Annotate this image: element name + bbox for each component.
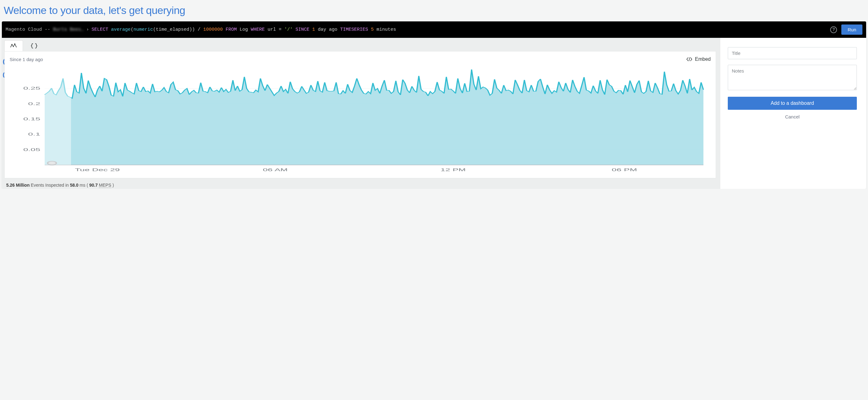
embed-label: Embed	[695, 57, 711, 62]
svg-point-1	[14, 43, 15, 44]
svg-text:0.2: 0.2	[28, 102, 40, 106]
notes-input[interactable]	[728, 65, 857, 90]
query-text[interactable]: SELECT average(numeric(time_elapsed)) / …	[92, 27, 396, 32]
query-panel: Magento Cloud -- Burts Bees… › SELECT av…	[2, 22, 866, 189]
svg-point-0	[11, 44, 12, 45]
svg-rect-19	[45, 73, 71, 165]
svg-text:12 PM: 12 PM	[440, 168, 466, 172]
save-panel: Add to a dashboard Cancel	[720, 38, 866, 189]
title-input[interactable]	[728, 47, 857, 59]
braces-icon	[31, 43, 37, 49]
svg-text:0.25: 0.25	[23, 86, 40, 91]
query-bar[interactable]: Magento Cloud -- Burts Bees… › SELECT av…	[2, 22, 866, 38]
svg-text:06 PM: 06 PM	[612, 168, 637, 172]
add-to-dashboard-button[interactable]: Add to a dashboard	[728, 97, 857, 110]
embed-link[interactable]: Embed	[686, 57, 711, 62]
svg-text:06 AM: 06 AM	[263, 168, 287, 172]
run-button[interactable]: Run	[841, 25, 862, 35]
svg-text:Tue Dec 29: Tue Dec 29	[75, 168, 120, 172]
embed-icon	[686, 57, 692, 62]
timeseries-chart[interactable]: 0.050.10.150.20.25Tue Dec 2906 AM12 PM06…	[10, 64, 711, 175]
svg-text:0.05: 0.05	[23, 147, 40, 152]
svg-text:0.15: 0.15	[23, 117, 40, 121]
tab-chart-view[interactable]	[4, 40, 23, 51]
help-icon[interactable]: ?	[830, 26, 837, 33]
timerange-label: Since 1 day ago	[10, 57, 43, 62]
account-caret-icon: ›	[86, 27, 89, 32]
svg-line-2	[689, 57, 690, 61]
svg-text:0.1: 0.1	[28, 132, 40, 136]
view-tabs	[2, 38, 720, 51]
account-label: Magento Cloud -- Burts Bees…	[6, 27, 84, 32]
footer-stats: 5.26 Million Events Inspected in 58.0 ms…	[2, 178, 720, 189]
cancel-link[interactable]: Cancel	[728, 114, 857, 120]
page-title: Welcome to your data, let's get querying	[0, 0, 868, 22]
line-chart-icon	[10, 43, 17, 49]
tab-json-view[interactable]	[25, 40, 43, 51]
chart-card: Since 1 day ago Embed 0.050.10.150.20.25…	[4, 51, 716, 178]
